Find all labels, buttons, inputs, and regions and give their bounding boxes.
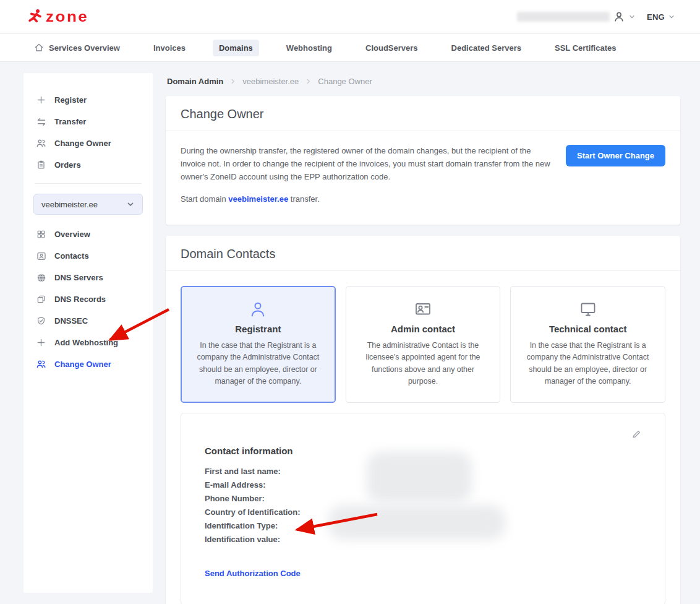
chevron-down-icon: [668, 13, 675, 20]
contact-type-card-technical[interactable]: Technical contact In the case that the R…: [510, 286, 665, 403]
person-icon: [191, 300, 325, 317]
account-menu[interactable]: [517, 11, 636, 23]
contact-type-name: Technical contact: [521, 324, 655, 334]
sidebar-item-label: Orders: [54, 160, 81, 170]
chevron-down-icon: [126, 200, 135, 209]
contact-badge-icon: [36, 251, 46, 261]
breadcrumb-domain[interactable]: veebimeister.ee: [242, 77, 299, 86]
language-label: ENG: [647, 12, 665, 22]
nav-item-services-overview[interactable]: Services Overview: [28, 39, 126, 56]
contact-type-description: In the case that the Registrant is a com…: [521, 340, 655, 387]
nav-label: Webhosting: [286, 43, 332, 53]
change-owner-description: During the ownership transfer, the regis…: [181, 145, 552, 206]
breadcrumb-domain-admin[interactable]: Domain Admin: [167, 77, 223, 86]
chevron-right-icon: [229, 78, 236, 85]
contact-values-blurred: [367, 452, 472, 503]
send-authorization-code-link[interactable]: Send Authorization Code: [205, 569, 301, 578]
nav-label: Invoices: [153, 43, 186, 53]
breadcrumb-current: Change Owner: [318, 77, 372, 86]
sidebar-item-label: Contacts: [54, 251, 89, 261]
plus-icon: [36, 95, 46, 105]
sidebar-item-label: DNS Servers: [54, 273, 103, 282]
people-icon: [36, 138, 46, 149]
top-header: zone ENG: [0, 0, 700, 34]
nav-label: Dedicated Servers: [451, 43, 521, 53]
nav-item-webhosting[interactable]: Webhosting: [280, 40, 338, 56]
domain-select-dropdown[interactable]: veebimeister.ee: [33, 194, 143, 215]
nav-label: Domains: [219, 43, 253, 53]
copy-icon: [36, 295, 46, 304]
account-name-blurred: [517, 12, 610, 22]
shield-check-icon: [36, 316, 46, 326]
sidebar-item-dnssec[interactable]: DNSSEC: [33, 310, 143, 332]
main-navbar: Services Overview Invoices Domains Webho…: [0, 34, 700, 62]
nav-item-domains[interactable]: Domains: [213, 40, 259, 56]
card-title: Change Owner: [181, 107, 665, 121]
card-title: Domain Contacts: [181, 247, 665, 261]
change-owner-card-header: Change Owner: [166, 96, 680, 131]
sidebar: Register Transfer Change Owner Orders: [23, 73, 153, 593]
dns-globe-icon: [36, 273, 46, 283]
start-transfer-line: Start domain veebimeister.ee transfer.: [181, 193, 552, 206]
sidebar-item-label: Transfer: [54, 117, 86, 126]
domain-select-value: veebimeister.ee: [41, 200, 98, 209]
breadcrumb: Domain Admin veebimeister.ee Change Owne…: [167, 77, 679, 86]
contact-type-card-registrant[interactable]: Registrant In the case that the Registra…: [181, 286, 336, 403]
edit-pencil-icon[interactable]: [631, 429, 641, 439]
zone-logo[interactable]: zone: [25, 8, 88, 25]
clipboard-icon: [36, 160, 46, 170]
sidebar-item-orders[interactable]: Orders: [33, 154, 143, 176]
sidebar-item-dns-servers[interactable]: DNS Servers: [33, 267, 143, 288]
sidebar-item-label: DNS Records: [54, 295, 106, 304]
contact-type-name: Registrant: [191, 324, 325, 334]
sidebar-item-contacts[interactable]: Contacts: [33, 245, 143, 267]
sidebar-item-transfer[interactable]: Transfer: [33, 111, 143, 132]
nav-item-invoices[interactable]: Invoices: [147, 40, 192, 56]
monitor-icon: [521, 300, 655, 317]
nav-item-ssl-certificates[interactable]: SSL Certificates: [548, 40, 622, 56]
sidebar-item-register[interactable]: Register: [33, 89, 143, 111]
sidebar-item-change-owner[interactable]: Change Owner: [33, 132, 143, 154]
sidebar-item-change-owner-domain[interactable]: Change Owner: [33, 353, 143, 375]
sidebar-item-label: DNSSEC: [54, 316, 88, 326]
start-owner-change-button[interactable]: Start Owner Change: [566, 145, 665, 166]
domain-contacts-card: Domain Contacts Registrant In the case t…: [166, 236, 680, 604]
sidebar-item-label: Register: [54, 95, 87, 105]
chevron-right-icon: [305, 78, 312, 85]
grid-icon: [36, 230, 46, 239]
language-selector[interactable]: ENG: [647, 12, 675, 22]
contact-information-panel: Contact information First and last name:…: [181, 413, 665, 604]
page: zone ENG: [0, 0, 700, 604]
running-figure-icon: [25, 8, 42, 25]
sidebar-divider: [35, 183, 142, 184]
sidebar-item-label: Change Owner: [54, 139, 111, 148]
domain-contacts-card-header: Domain Contacts: [166, 236, 680, 271]
start-line-suffix: transfer.: [288, 194, 320, 204]
transfer-arrows-icon: [36, 117, 46, 127]
contact-type-description: The administrative Contact is the licens…: [356, 340, 490, 387]
sidebar-item-overview[interactable]: Overview: [33, 223, 143, 245]
ownership-transfer-paragraph: During the ownership transfer, the regis…: [181, 145, 552, 183]
contact-type-description: In the case that the Registrant is a com…: [191, 340, 325, 387]
domain-link[interactable]: veebimeister.ee: [228, 194, 288, 204]
logo-wordmark: zone: [46, 9, 88, 24]
nav-item-dedicated-servers[interactable]: Dedicated Servers: [445, 40, 527, 56]
contact-type-card-admin[interactable]: Admin contact The administrative Contact…: [346, 286, 501, 403]
contact-type-name: Admin contact: [356, 324, 490, 334]
sidebar-item-label: Overview: [54, 230, 90, 239]
nav-label: Services Overview: [49, 43, 120, 53]
main-content: Domain Admin veebimeister.ee Change Owne…: [166, 73, 680, 604]
nav-item-cloudservers[interactable]: CloudServers: [359, 40, 424, 56]
sidebar-item-add-webhosting[interactable]: Add Webhosting: [33, 332, 143, 353]
nav-label: CloudServers: [365, 43, 418, 53]
sidebar-item-dns-records[interactable]: DNS Records: [33, 288, 143, 310]
id-card-icon: [356, 300, 490, 317]
contact-type-selector: Registrant In the case that the Registra…: [166, 271, 680, 403]
contact-values-blurred: [328, 505, 505, 540]
people-icon: [36, 359, 46, 369]
user-icon: [613, 11, 625, 23]
nav-label: SSL Certificates: [555, 43, 616, 53]
chevron-down-icon: [628, 13, 636, 20]
sidebar-item-label: Change Owner: [54, 360, 111, 369]
change-owner-card: Change Owner During the ownership transf…: [166, 96, 680, 225]
